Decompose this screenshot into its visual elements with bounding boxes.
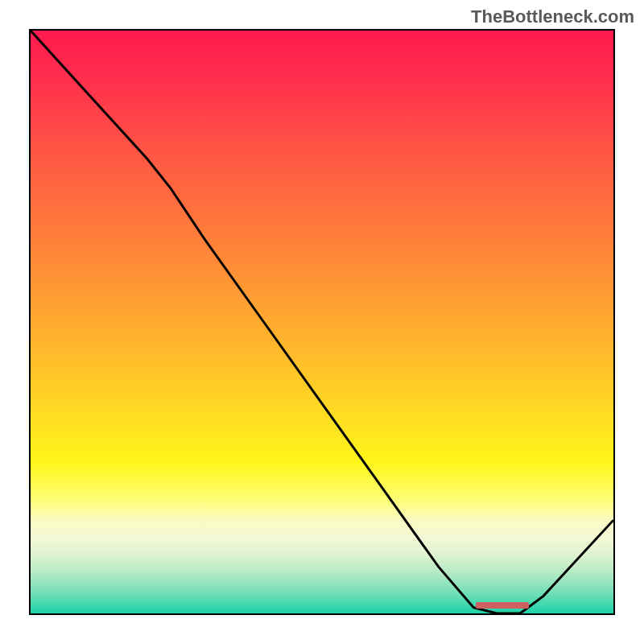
minimum-marker bbox=[476, 602, 529, 609]
watermark-label: TheBottleneck.com bbox=[471, 6, 634, 27]
curve-svg bbox=[31, 31, 613, 613]
bottleneck-curve-path bbox=[31, 31, 613, 613]
chart-plot-area bbox=[29, 29, 615, 615]
